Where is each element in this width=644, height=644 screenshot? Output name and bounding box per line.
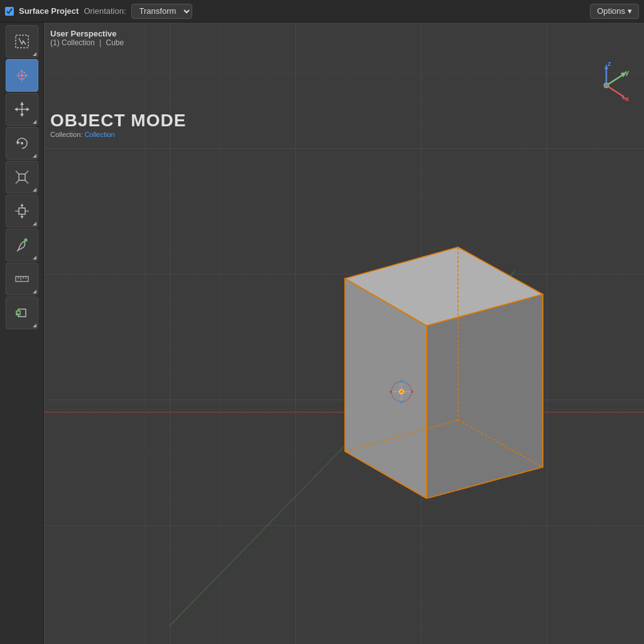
svg-rect-13 <box>19 174 25 180</box>
cursor-tool[interactable] <box>6 59 38 92</box>
move-tool[interactable] <box>6 93 38 126</box>
svg-line-42 <box>606 74 624 85</box>
collection-info: Collection: Collection <box>50 131 186 138</box>
svg-marker-24 <box>20 216 23 219</box>
svg-rect-18 <box>19 208 25 214</box>
svg-text:x: x <box>625 95 630 102</box>
orientation-dropdown[interactable]: Transform Global Local Normal Gimbal Vie… <box>131 4 192 19</box>
orientation-label: Orientation: <box>84 6 126 16</box>
annotate-tool[interactable] <box>6 229 38 261</box>
viewport-info: User Perspective (1) Collection | Cube <box>50 29 124 47</box>
header-bar: Surface Project Orientation: Transform G… <box>0 0 644 23</box>
options-button[interactable]: Options ▾ <box>590 4 639 19</box>
svg-marker-7 <box>20 102 24 105</box>
svg-point-12 <box>21 142 23 145</box>
svg-line-17 <box>25 180 28 183</box>
svg-line-15 <box>25 171 28 174</box>
project-title: Surface Project <box>19 6 79 16</box>
left-toolbar: + <box>0 23 44 644</box>
collection-name: (1) Collection <box>50 38 95 47</box>
object-name: Cube <box>106 38 124 47</box>
svg-point-68 <box>399 389 403 393</box>
mode-title: OBJECT MODE <box>50 111 186 131</box>
svg-marker-8 <box>20 114 24 117</box>
main-area: + User Persp <box>0 23 644 644</box>
svg-rect-26 <box>16 276 28 281</box>
svg-text:z: z <box>608 60 611 67</box>
svg-point-48 <box>604 83 609 88</box>
svg-marker-11 <box>17 141 20 145</box>
svg-marker-10 <box>26 107 30 111</box>
svg-text:y: y <box>625 68 630 76</box>
svg-marker-9 <box>14 107 18 111</box>
svg-line-16 <box>16 180 19 183</box>
cube-object[interactable] <box>292 222 555 501</box>
measure-tool[interactable] <box>6 263 38 295</box>
add-object-tool[interactable]: + <box>6 297 38 329</box>
svg-point-25 <box>24 239 27 242</box>
svg-marker-50 <box>427 294 543 498</box>
rotate-tool[interactable] <box>6 127 38 160</box>
axis-widget[interactable]: z y x <box>581 60 631 111</box>
svg-line-14 <box>16 171 19 174</box>
svg-rect-0 <box>16 35 28 48</box>
scale-tool[interactable] <box>6 161 38 194</box>
select-box-tool[interactable] <box>6 25 38 58</box>
svg-text:+: + <box>16 310 19 317</box>
collection-path: (1) Collection | Cube <box>50 38 124 47</box>
svg-point-4 <box>21 74 23 77</box>
project-checkbox[interactable] <box>5 7 14 16</box>
perspective-label: User Perspective <box>50 29 124 38</box>
svg-marker-23 <box>20 204 23 206</box>
collection-link: Collection <box>84 131 114 138</box>
viewport[interactable]: User Perspective (1) Collection | Cube O… <box>44 23 644 644</box>
transform-tool[interactable] <box>6 195 38 227</box>
mode-display: OBJECT MODE Collection: Collection <box>50 111 186 138</box>
